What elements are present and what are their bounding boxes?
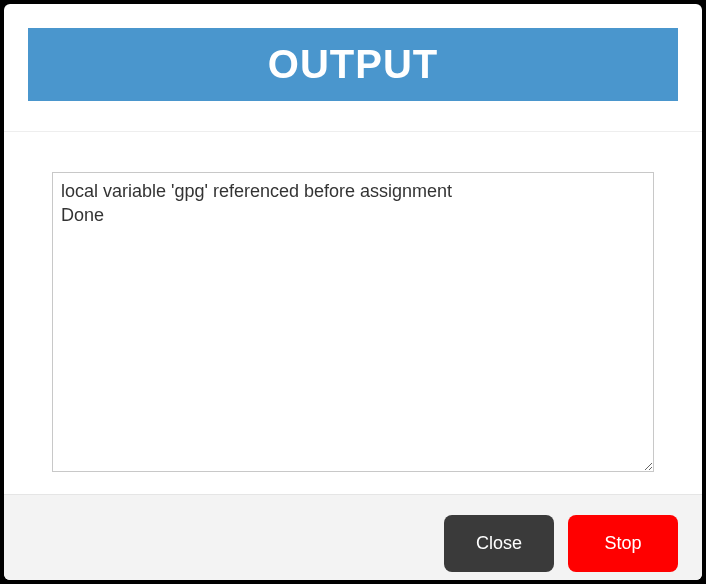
- output-dialog: OUTPUT Close Stop: [4, 4, 702, 580]
- dialog-title: OUTPUT: [28, 28, 678, 101]
- header-wrap: OUTPUT: [4, 4, 702, 101]
- output-textarea[interactable]: [52, 172, 654, 472]
- dialog-footer: Close Stop: [4, 494, 702, 580]
- stop-button[interactable]: Stop: [568, 515, 678, 572]
- dialog-body: [4, 131, 702, 494]
- close-button[interactable]: Close: [444, 515, 554, 572]
